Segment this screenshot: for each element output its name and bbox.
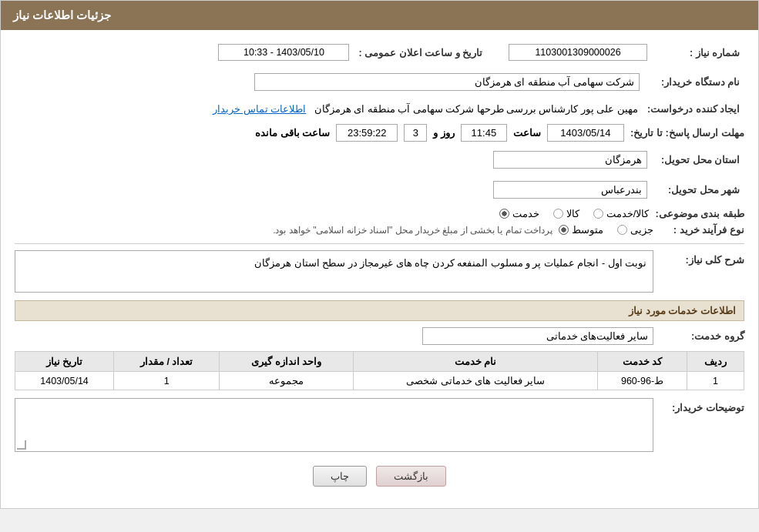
services-grid: ردیف کد خدمت نام خدمت واحد اندازه گیری ت… — [15, 351, 744, 390]
deadline-time-label: ساعت — [513, 127, 541, 139]
service-group-value: سایر فعالیت‌های خدماتی — [422, 327, 653, 345]
category-label: طبقه بندی موضوعی: — [655, 208, 744, 219]
grid-col-qty: تعداد / مقدار — [114, 352, 220, 372]
process-option-minor[interactable]: جزیی — [617, 224, 653, 236]
process-radio-medium[interactable] — [559, 225, 569, 235]
process-label: نوع فرآیند خرید : — [660, 224, 744, 236]
page-header: جزئیات اطلاعات نیاز — [1, 1, 758, 30]
city-label: شهر محل تحویل: — [652, 178, 744, 202]
grid-cell-row: 1 — [687, 372, 744, 390]
grid-col-name: نام خدمت — [354, 352, 598, 372]
process-option-medium-label: متوسط — [572, 224, 603, 236]
page-title: جزئیات اطلاعات نیاز — [13, 8, 111, 22]
grid-col-code: کد خدمت — [597, 352, 687, 372]
grid-cell-code: ط-96-960 — [597, 372, 687, 390]
creator-label: ایجاد کننده درخواست: — [643, 100, 744, 118]
deadline-label: مهلت ارسال پاسخ: تا تاریخ: — [630, 127, 744, 139]
process-radio-group: متوسط جزیی — [559, 224, 653, 236]
grid-col-date: تاریخ نیاز — [15, 352, 114, 372]
service-group-label: گروه خدمت: — [660, 330, 744, 342]
process-option-medium[interactable]: متوسط — [559, 224, 603, 236]
remaining-days-label: روز و — [433, 127, 455, 139]
buyer-org-value: شرکت سهامی آب منطقه ای هرمزگان — [254, 73, 640, 91]
category-option-goods[interactable]: کالا — [553, 208, 579, 219]
buyer-desc-label: توضیحات خریدار: — [660, 398, 744, 413]
creator-value: مهین علی پور کارشناس بررسی طرحها شرکت سه… — [314, 104, 638, 115]
announce-date-value: 1403/05/10 - 10:33 — [218, 44, 349, 61]
back-button[interactable]: بازگشت — [376, 466, 446, 487]
category-radio-service[interactable] — [499, 209, 509, 219]
buyer-desc-box — [15, 398, 653, 452]
remaining-time: 23:59:22 — [336, 124, 398, 142]
buyer-desc-resize-handle — [17, 440, 26, 450]
category-option-service-label: خدمت — [512, 208, 539, 219]
process-radio-minor[interactable] — [617, 225, 627, 235]
need-number-label: شماره نیاز : — [652, 41, 744, 64]
deadline-date: 1403/05/14 — [547, 124, 624, 142]
table-row: 1ط-96-960سایر فعالیت های خدماتی شخصیمجمو… — [15, 372, 744, 390]
grid-cell-qty: 1 — [114, 372, 220, 390]
buyer-org-label: نام دستگاه خریدار: — [644, 70, 744, 94]
category-option-both-label: کالا/خدمت — [606, 208, 650, 219]
deadline-time: 11:45 — [461, 124, 507, 142]
remaining-days: 3 — [404, 124, 427, 142]
grid-col-row: ردیف — [687, 352, 744, 372]
grid-cell-date: 1403/05/14 — [15, 372, 114, 390]
city-value: بندرعباس — [493, 181, 647, 199]
province-label: استان محل تحویل: — [652, 148, 744, 172]
process-note: پرداخت تمام یا بخشی از مبلغ خریدار محل "… — [273, 225, 552, 236]
button-row: بازگشت چاپ — [15, 466, 744, 487]
creator-contact-link[interactable]: اطلاعات تماس خریدار — [213, 104, 306, 115]
grid-cell-unit: مجموعه — [220, 372, 354, 390]
category-radio-both[interactable] — [593, 209, 603, 219]
description-label: شرح کلی نیاز: — [660, 250, 744, 266]
remaining-suffix: ساعت باقی مانده — [255, 127, 330, 139]
category-radio-goods[interactable] — [553, 209, 563, 219]
grid-cell-name: سایر فعالیت های خدماتی شخصی — [354, 372, 598, 390]
need-number-value: 1103001309000026 — [509, 44, 647, 61]
services-section-title: اطلاعات خدمات مورد نیاز — [15, 300, 744, 321]
category-option-service[interactable]: خدمت — [499, 208, 539, 219]
grid-col-unit: واحد اندازه گیری — [220, 352, 354, 372]
province-value: هرمزگان — [493, 151, 647, 169]
process-option-minor-label: جزیی — [630, 224, 653, 236]
category-option-goods-label: کالا — [566, 208, 579, 219]
print-button[interactable]: چاپ — [313, 466, 367, 487]
category-radio-group: خدمت کالا کالا/خدمت — [499, 208, 650, 219]
description-value: نوبت اول - انجام عملیات پر و مسلوب المنف… — [15, 250, 653, 293]
announce-date-label: تاریخ و ساعت اعلان عمومی : — [354, 41, 498, 64]
category-option-both[interactable]: کالا/خدمت — [593, 208, 650, 219]
